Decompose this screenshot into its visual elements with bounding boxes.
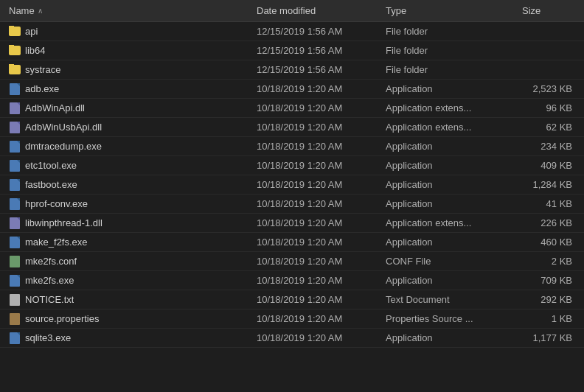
file-size-cell: 62 KB	[516, 122, 584, 133]
file-date-cell: 10/18/2019 1:20 AM	[251, 160, 380, 171]
conf-icon	[9, 256, 21, 267]
file-name-text: dmtracedump.exe	[25, 141, 102, 152]
table-row[interactable]: systrace 12/15/2019 1:56 AM File folder	[0, 60, 584, 80]
exe-icon	[9, 275, 21, 287]
file-name-text: etc1tool.exe	[25, 160, 77, 171]
file-list: api 12/15/2019 1:56 AM File folder lib64…	[0, 22, 584, 392]
file-size-cell: 292 KB	[516, 294, 584, 305]
file-type-cell: Application extens...	[380, 102, 516, 113]
table-row[interactable]: etc1tool.exe 10/18/2019 1:20 AM Applicat…	[0, 156, 584, 175]
file-name-cell: mke2fs.conf	[0, 256, 251, 267]
txt-icon	[9, 294, 21, 306]
file-name-cell: AdbWinApi.dll	[0, 102, 251, 114]
table-row[interactable]: source.properties 10/18/2019 1:20 AM Pro…	[0, 309, 584, 329]
file-name-cell: NOTICE.txt	[0, 294, 251, 306]
file-date-cell: 10/18/2019 1:20 AM	[251, 198, 380, 209]
file-date-cell: 12/15/2019 1:56 AM	[251, 26, 380, 37]
file-name-cell: etc1tool.exe	[0, 160, 251, 172]
props-icon	[9, 313, 21, 325]
exe-icon	[9, 141, 21, 153]
file-type-cell: Application	[380, 160, 516, 171]
file-size-cell: 2 KB	[516, 256, 584, 267]
table-row[interactable]: dmtracedump.exe 10/18/2019 1:20 AM Appli…	[0, 137, 584, 156]
file-size-cell: 226 KB	[516, 217, 584, 228]
file-name-cell: libwinpthread-1.dll	[0, 217, 251, 229]
file-type-cell: CONF File	[380, 256, 516, 267]
col-header-name[interactable]: Name ∧	[0, 5, 251, 16]
file-type-cell: Application	[380, 237, 516, 248]
file-name-text: libwinpthread-1.dll	[25, 217, 102, 228]
file-name-cell: adb.exe	[0, 83, 251, 95]
table-row[interactable]: mke2fs.conf 10/18/2019 1:20 AM CONF File…	[0, 252, 584, 271]
file-date-cell: 10/18/2019 1:20 AM	[251, 294, 380, 305]
file-size-cell: 709 KB	[516, 275, 584, 286]
file-name-cell: source.properties	[0, 313, 251, 325]
file-type-cell: File folder	[380, 26, 516, 37]
file-size-cell: 234 KB	[516, 141, 584, 152]
file-name-cell: fastboot.exe	[0, 179, 251, 191]
table-row[interactable]: lib64 12/15/2019 1:56 AM File folder	[0, 41, 584, 60]
file-type-cell: Text Document	[380, 294, 516, 305]
file-name-text: mke2fs.conf	[25, 256, 77, 267]
table-row[interactable]: mke2fs.exe 10/18/2019 1:20 AM Applicatio…	[0, 271, 584, 290]
file-name-cell: hprof-conv.exe	[0, 198, 251, 210]
file-type-cell: Application	[380, 179, 516, 190]
col-date-label: Date modified	[257, 5, 316, 16]
table-row[interactable]: adb.exe 10/18/2019 1:20 AM Application 2…	[0, 80, 584, 99]
file-name-cell: AdbWinUsbApi.dll	[0, 122, 251, 133]
file-date-cell: 12/15/2019 1:56 AM	[251, 64, 380, 75]
exe-icon	[9, 237, 21, 248]
table-row[interactable]: fastboot.exe 10/18/2019 1:20 AM Applicat…	[0, 175, 584, 195]
table-row[interactable]: api 12/15/2019 1:56 AM File folder	[0, 22, 584, 41]
file-date-cell: 10/18/2019 1:20 AM	[251, 83, 380, 94]
file-type-cell: Application	[380, 275, 516, 286]
file-date-cell: 10/18/2019 1:20 AM	[251, 313, 380, 324]
file-name-cell: sqlite3.exe	[0, 332, 251, 344]
file-name-text: hprof-conv.exe	[25, 198, 88, 209]
file-size-cell: 96 KB	[516, 102, 584, 113]
table-row[interactable]: sqlite3.exe 10/18/2019 1:20 AM Applicati…	[0, 329, 584, 348]
folder-icon	[9, 45, 21, 57]
file-size-cell: 1 KB	[516, 313, 584, 324]
col-header-type[interactable]: Type	[380, 5, 516, 16]
table-row[interactable]: libwinpthread-1.dll 10/18/2019 1:20 AM A…	[0, 214, 584, 233]
table-row[interactable]: NOTICE.txt 10/18/2019 1:20 AM Text Docum…	[0, 290, 584, 309]
dll-icon	[9, 217, 21, 229]
table-row[interactable]: AdbWinApi.dll 10/18/2019 1:20 AM Applica…	[0, 99, 584, 118]
dll-icon	[9, 122, 21, 133]
file-date-cell: 10/18/2019 1:20 AM	[251, 275, 380, 286]
col-name-label: Name	[9, 5, 35, 16]
file-size-cell: 460 KB	[516, 237, 584, 248]
file-type-cell: Application	[380, 83, 516, 94]
file-type-cell: File folder	[380, 45, 516, 56]
file-type-cell: Application extens...	[380, 122, 516, 133]
col-type-label: Type	[386, 5, 406, 16]
col-header-size[interactable]: Size	[516, 5, 584, 16]
folder-icon	[9, 64, 21, 76]
exe-icon	[9, 198, 21, 210]
file-date-cell: 10/18/2019 1:20 AM	[251, 122, 380, 133]
file-date-cell: 12/15/2019 1:56 AM	[251, 45, 380, 56]
exe-icon	[9, 83, 21, 95]
file-date-cell: 10/18/2019 1:20 AM	[251, 332, 380, 343]
file-type-cell: Application extens...	[380, 217, 516, 228]
dll-icon	[9, 102, 21, 114]
file-explorer: Name ∧ Date modified Type Size api 12/15…	[0, 0, 584, 392]
file-date-cell: 10/18/2019 1:20 AM	[251, 141, 380, 152]
file-name-text: AdbWinApi.dll	[25, 102, 85, 113]
folder-icon	[9, 26, 21, 38]
file-type-cell: File folder	[380, 64, 516, 75]
col-header-date[interactable]: Date modified	[251, 5, 380, 16]
table-row[interactable]: hprof-conv.exe 10/18/2019 1:20 AM Applic…	[0, 195, 584, 214]
file-type-cell: Application	[380, 141, 516, 152]
table-row[interactable]: AdbWinUsbApi.dll 10/18/2019 1:20 AM Appl…	[0, 118, 584, 137]
file-name-text: make_f2fs.exe	[25, 237, 88, 248]
file-name-text: api	[25, 26, 38, 37]
file-size-cell: 41 KB	[516, 198, 584, 209]
table-row[interactable]: make_f2fs.exe 10/18/2019 1:20 AM Applica…	[0, 233, 584, 252]
file-name-text: NOTICE.txt	[25, 294, 74, 305]
file-date-cell: 10/18/2019 1:20 AM	[251, 217, 380, 228]
file-size-cell: 1,284 KB	[516, 179, 584, 190]
col-size-label: Size	[522, 5, 540, 16]
file-name-cell: lib64	[0, 45, 251, 57]
